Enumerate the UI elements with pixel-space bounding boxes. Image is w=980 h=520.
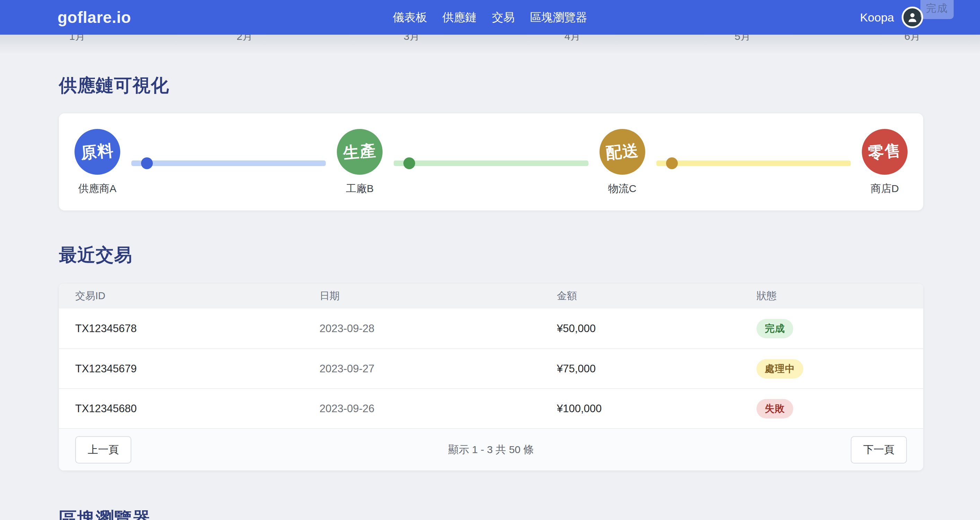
progress-dot [141,157,153,169]
brand-logo[interactable]: goflare.io [57,8,131,27]
axis-label-clipped: 6月 [904,35,921,41]
tx-status-cell: 完成 [740,319,923,338]
tx-status-cell: 處理中 [740,359,923,378]
column-header-status: 狀態 [740,289,923,303]
scrolled-chart-remnant: 1月 2月 3月 4月 5月 6月 [0,35,980,41]
tx-id: TX12345680 [59,402,303,415]
next-page-button[interactable]: 下一頁 [851,436,907,464]
nav-item-block-explorer[interactable]: 區塊瀏覽器 [530,10,587,25]
supply-chain-card: 原料 供應商A 生產 工廠B 配送 物流C 零售 商店D [59,113,923,211]
stage-circle-retail[interactable]: 零售 [862,129,908,175]
column-header-amount: 金額 [541,289,740,303]
pagination-bar: 上一頁 顯示 1 - 3 共 50 條 下一頁 [59,428,923,471]
tx-amount: ¥100,000 [541,402,740,415]
tx-date: 2023-09-27 [303,363,541,375]
stage-circle-production[interactable]: 生產 [337,129,383,175]
tx-status-cell: 失敗 [740,399,923,418]
table-row: TX12345680 2023-09-26 ¥100,000 失敗 [59,388,923,428]
status-badge: 失敗 [756,399,793,418]
chain-connector-1 [131,161,326,166]
table-row: TX12345678 2023-09-28 ¥50,000 完成 [59,308,923,348]
username-label: Koopa [860,11,894,24]
tx-date: 2023-09-28 [303,322,541,335]
entity-label: 供應商A [78,182,116,196]
axis-label-clipped: 3月 [404,35,420,41]
stage-label: 零售 [867,140,902,164]
navbar-user-area: Koopa [860,6,923,28]
stage-label: 配送 [605,140,640,164]
table-row: TX12345679 2023-09-27 ¥75,000 處理中 [59,348,923,388]
stage-label: 原料 [80,140,115,164]
tx-amount: ¥75,000 [541,363,740,375]
stage-label: 生產 [342,140,377,164]
progress-track [131,161,326,166]
axis-label-clipped: 2月 [237,35,253,41]
progress-dot [666,157,678,169]
tx-id: TX12345678 [59,322,303,335]
column-header-tx-id: 交易ID [59,289,303,303]
transactions-table: 交易ID 日期 金額 狀態 TX12345678 2023-09-28 ¥50,… [59,284,923,471]
axis-label-clipped: 5月 [735,35,751,41]
stage-circle-delivery[interactable]: 配送 [600,129,645,175]
nav-links: 儀表板 供應鏈 交易 區塊瀏覽器 [393,10,587,25]
pagination-info: 顯示 1 - 3 共 50 條 [449,443,534,457]
nav-item-transactions[interactable]: 交易 [492,10,515,25]
progress-track [656,161,851,166]
nav-item-dashboard[interactable]: 儀表板 [393,10,427,25]
nav-item-supply-chain[interactable]: 供應鏈 [442,10,477,25]
status-badge: 處理中 [756,359,803,378]
stage-circle-raw-material[interactable]: 原料 [75,129,120,175]
entity-label: 物流C [608,182,636,196]
progress-track [394,161,588,166]
entity-label: 商店D [870,182,899,196]
person-icon [906,11,919,24]
chain-connector-3 [656,161,851,166]
status-badge: 完成 [756,319,793,338]
tx-amount: ¥50,000 [541,322,740,335]
entity-label: 工廠B [346,182,374,196]
top-navbar: goflare.io 儀表板 供應鏈 交易 區塊瀏覽器 Koopa 完成 [0,0,980,35]
tx-id: TX12345679 [59,363,303,375]
block-explorer-section-title: 區塊瀏覽器 [59,507,151,520]
tx-date: 2023-09-26 [303,402,541,415]
column-header-date: 日期 [303,289,541,303]
completed-toast: 完成 [920,0,954,19]
chain-connector-2 [394,161,588,166]
transactions-section-title: 最近交易 [59,243,132,267]
prev-page-button[interactable]: 上一頁 [75,436,131,464]
chain-node-production: 生產 工廠B [337,129,383,196]
supply-chain-section-title: 供應鏈可視化 [59,73,169,98]
chain-node-delivery: 配送 物流C [600,129,645,196]
progress-dot [403,157,415,169]
table-header-row: 交易ID 日期 金額 狀態 [59,284,923,308]
axis-label-clipped: 1月 [69,35,86,41]
user-avatar[interactable] [902,6,923,28]
chain-node-raw-material: 原料 供應商A [75,129,120,196]
axis-label-clipped: 4月 [565,35,581,41]
chain-node-retail: 零售 商店D [862,129,908,196]
